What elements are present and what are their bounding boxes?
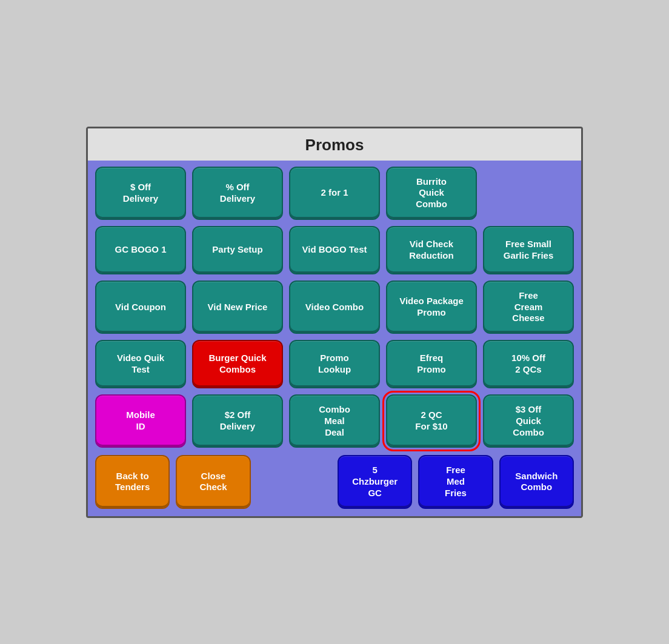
promo-button-2[interactable]: 2 for 1	[289, 167, 380, 220]
promo-button-1[interactable]: % Off Delivery	[192, 167, 283, 220]
footer-button-1[interactable]: Close Check	[176, 455, 250, 508]
promo-button-23[interactable]: 2 QC For $10	[386, 394, 477, 448]
promo-button-21[interactable]: $2 Off Delivery	[192, 394, 283, 448]
promo-button-22[interactable]: Combo Meal Deal	[289, 394, 380, 448]
promo-button-16[interactable]: Burger Quick Combos	[192, 340, 283, 388]
promo-button-11[interactable]: Vid New Price	[192, 281, 283, 334]
promo-button-9[interactable]: Free Small Garlic Fries	[483, 226, 574, 274]
promos-screen: Promos $ Off Delivery% Off Delivery2 for…	[86, 127, 583, 518]
footer-button-5[interactable]: Sandwich Combo	[499, 455, 574, 508]
promo-button-10[interactable]: Vid Coupon	[95, 281, 186, 334]
promo-button-17[interactable]: Promo Lookup	[289, 340, 380, 388]
promo-button-6[interactable]: Party Setup	[192, 226, 283, 274]
promo-button-18[interactable]: Efreq Promo	[386, 340, 477, 388]
promo-button-4	[483, 167, 574, 220]
footer-button-2	[257, 455, 331, 508]
promo-button-12[interactable]: Video Combo	[289, 281, 380, 334]
promo-button-20[interactable]: Mobile ID	[95, 394, 186, 448]
promo-button-19[interactable]: 10% Off 2 QCs	[483, 340, 574, 388]
promo-button-24[interactable]: $3 Off Quick Combo	[483, 394, 574, 448]
promo-button-15[interactable]: Video Quik Test	[95, 340, 186, 388]
promo-button-5[interactable]: GC BOGO 1	[95, 226, 186, 274]
footer-grid: Back to TendersClose Check5 Chzburger GC…	[88, 455, 581, 516]
promo-button-7[interactable]: Vid BOGO Test	[289, 226, 380, 274]
promo-button-0[interactable]: $ Off Delivery	[95, 167, 186, 220]
page-title: Promos	[88, 128, 581, 161]
footer-button-0[interactable]: Back to Tenders	[95, 455, 170, 508]
promo-button-8[interactable]: Vid Check Reduction	[386, 226, 477, 274]
promo-button-3[interactable]: Burrito Quick Combo	[386, 167, 477, 220]
promo-button-13[interactable]: Video Package Promo	[386, 281, 477, 334]
footer-button-4[interactable]: Free Med Fries	[418, 455, 493, 508]
promo-button-14[interactable]: Free Cream Cheese	[483, 281, 574, 334]
footer-button-3[interactable]: 5 Chzburger GC	[338, 455, 412, 508]
button-grid: $ Off Delivery% Off Delivery2 for 1Burri…	[88, 161, 581, 456]
